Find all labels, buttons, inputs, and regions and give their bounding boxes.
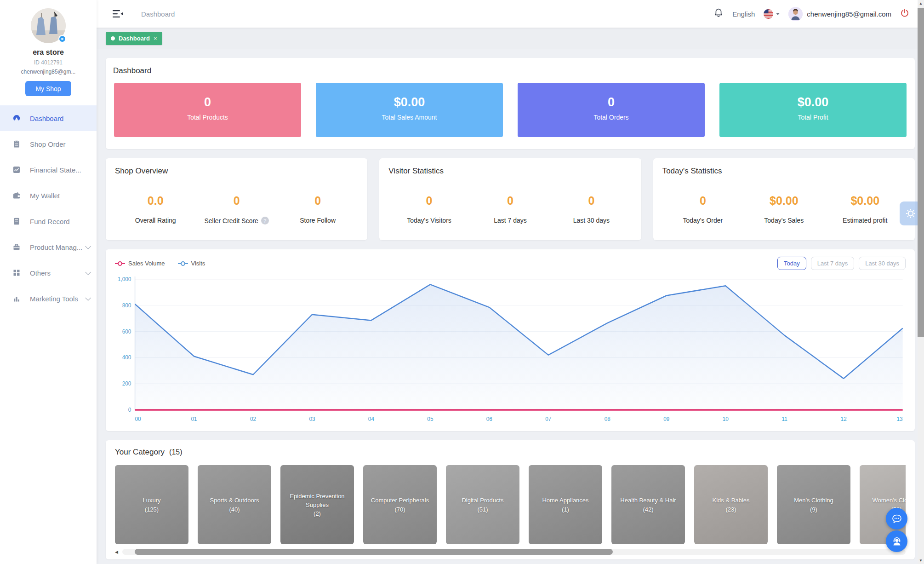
stat-value: 0.0	[115, 194, 196, 207]
sidebar-item-label: Fund Record	[30, 218, 70, 225]
legend-label: Sales Volume	[128, 260, 165, 267]
logout-button[interactable]	[900, 8, 909, 19]
my-shop-button[interactable]: My Shop	[25, 81, 71, 96]
chart-card: Sales Volume Visits TodayLast 7 daysLast…	[106, 249, 915, 431]
scroll-left-arrow-icon[interactable]: ◀	[115, 550, 122, 554]
headset-agent-icon	[891, 535, 903, 547]
category-item[interactable]: Kids & Babies (23)	[694, 465, 768, 544]
sales-visits-line-chart[interactable]: 02004006008001,0000001020304050607080910…	[115, 274, 906, 426]
marketing-tools-icon	[12, 294, 21, 303]
financial-statement-icon	[12, 166, 21, 174]
category-item-label: Sports & Outdoors	[206, 496, 263, 505]
sidebar-item-fund-record[interactable]: Fund Record	[0, 208, 97, 234]
category-item[interactable]: Home Appliances (1)	[529, 465, 602, 544]
order-icon	[12, 140, 21, 148]
wallet-icon	[12, 191, 21, 200]
overview-card: Dashboard 0 Total Products $0.00 Total S…	[106, 58, 915, 149]
svg-text:07: 07	[545, 415, 551, 422]
tile-value: $0.00	[316, 95, 503, 109]
category-card: Your Category (15) Luxury (125) Sports &…	[106, 440, 915, 559]
category-item-label: Luxury	[139, 496, 164, 505]
stat-item: $0.00 Today's Sales ?	[743, 194, 824, 224]
svg-text:600: 600	[122, 328, 131, 335]
stat-value: 0	[277, 194, 358, 207]
range-button[interactable]: Today	[777, 257, 806, 270]
shop-overview-card: Shop Overview 0.0 Overall Rating ? 0 Sel…	[106, 158, 367, 240]
category-item-count: (70)	[394, 506, 405, 513]
scroll-down-arrow-icon[interactable]: ▼	[918, 558, 924, 563]
sidebar-item-dashboard[interactable]: Dashboard	[0, 105, 97, 131]
stat-label: Store Follow	[300, 217, 336, 224]
category-item[interactable]: Digital Products (51)	[446, 465, 519, 544]
stat-value: 0	[196, 194, 277, 207]
category-scrollbar-track[interactable]	[122, 549, 906, 555]
svg-text:0: 0	[128, 406, 131, 413]
category-item[interactable]: Health Beauty & Hair (42)	[611, 465, 685, 544]
page-scrollbar[interactable]: ▲ ▼	[918, 0, 924, 564]
overview-tile: $0.00 Total Sales Amount	[316, 83, 503, 137]
stat-item: 0 Seller Credit Score ?	[196, 194, 277, 224]
category-item[interactable]: Men's Clothing (9)	[777, 465, 850, 544]
sidebar: era store ID 4012791 chenwenjing85@gm...…	[0, 0, 97, 564]
page-scrollbar-thumb[interactable]	[918, 8, 924, 337]
sidebar-item-label: Financial State...	[30, 166, 81, 174]
svg-text:06: 06	[486, 415, 492, 422]
chevron-down-icon	[85, 243, 91, 249]
svg-text:10: 10	[723, 415, 729, 422]
sidebar-item-label: Dashboard	[30, 115, 63, 122]
legend-marker-icon	[115, 261, 125, 266]
category-count: (15)	[169, 448, 182, 456]
notifications-button[interactable]	[713, 8, 724, 20]
bell-icon	[713, 8, 724, 18]
legend-item[interactable]: Visits	[178, 260, 205, 267]
category-item[interactable]: Epidemic Prevention Supplies (2)	[280, 465, 354, 544]
chart-legend: Sales Volume Visits	[115, 260, 205, 267]
stat-label: Seller Credit Score	[204, 217, 258, 224]
stat-value: $0.00	[743, 194, 824, 207]
account-menu[interactable]: chenwenjing85@gmail.com	[788, 7, 891, 21]
category-item-count: (23)	[725, 506, 736, 513]
category-item[interactable]: Luxury (125)	[115, 465, 188, 544]
overview-tile: 0 Total Products	[114, 83, 301, 137]
support-fab[interactable]	[886, 530, 907, 552]
svg-text:03: 03	[309, 415, 315, 422]
category-item[interactable]: Computer Peripherals (70)	[363, 465, 437, 544]
product-management-icon	[12, 243, 21, 251]
category-item[interactable]: Sports & Outdoors (40)	[198, 465, 271, 544]
sidebar-collapse-button[interactable]	[113, 10, 124, 18]
range-button[interactable]: Last 30 days	[859, 257, 906, 270]
tab-label: Dashboard	[119, 35, 150, 42]
scroll-up-arrow-icon[interactable]: ▲	[918, 1, 924, 6]
category-title: Your Category	[115, 448, 165, 457]
category-scrollbar-thumb[interactable]	[135, 549, 612, 555]
sidebar-item-shop-order[interactable]: Shop Order	[0, 131, 97, 157]
stat-value: 0	[388, 194, 469, 207]
stat-value: 0	[662, 194, 743, 207]
language-selector[interactable]	[764, 9, 780, 19]
stat-label: Last 7 days	[494, 217, 527, 224]
category-scrollbar: ◀	[115, 549, 906, 555]
tab-close-icon[interactable]: ×	[154, 35, 157, 42]
sidebar-item-product-management[interactable]: Product Manag...	[0, 234, 97, 260]
sidebar-item-my-wallet[interactable]: My Wallet	[0, 183, 97, 208]
tab-dashboard[interactable]: Dashboard ×	[106, 32, 162, 45]
tile-label: Total Sales Amount	[316, 114, 503, 121]
store-name: era store	[33, 48, 64, 57]
svg-text:00: 00	[135, 415, 141, 422]
chat-fab[interactable]	[886, 508, 907, 529]
category-item-count: (1)	[562, 506, 569, 513]
chevron-down-icon	[85, 269, 91, 275]
svg-text:800: 800	[122, 302, 131, 309]
help-icon[interactable]: ?	[261, 217, 269, 224]
store-avatar[interactable]	[31, 8, 66, 43]
shop-overview-stats: 0.0 Overall Rating ? 0 Seller Credit Sco…	[115, 194, 358, 224]
legend-item[interactable]: Sales Volume	[115, 260, 165, 267]
account-email: chenwenjing85@gmail.com	[807, 10, 891, 18]
sidebar-item-financial-statement[interactable]: Financial State...	[0, 157, 97, 183]
sidebar-item-others[interactable]: Others	[0, 260, 97, 286]
us-flag-icon	[764, 9, 773, 19]
stat-item: 0 Last 7 days ?	[470, 194, 551, 224]
range-button[interactable]: Last 7 days	[811, 257, 855, 270]
overview-tiles: 0 Total Products $0.00 Total Sales Amoun…	[114, 83, 907, 137]
sidebar-item-marketing-tools[interactable]: Marketing Tools	[0, 286, 97, 311]
